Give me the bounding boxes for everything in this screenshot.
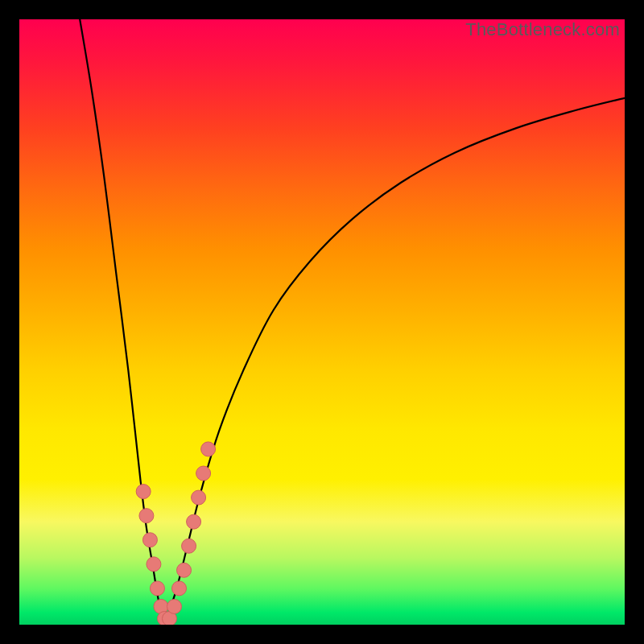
chart-plot-area: TheBottleneck.com [19, 19, 625, 625]
data-marker [182, 539, 196, 553]
data-marker [147, 557, 161, 572]
chart-svg [19, 19, 625, 625]
data-marker [172, 581, 187, 596]
curve-group [80, 19, 625, 625]
data-marker [177, 563, 192, 577]
marker-group [136, 442, 215, 625]
data-marker [196, 466, 211, 481]
data-marker [167, 599, 182, 613]
data-marker [142, 533, 157, 547]
chart-frame: TheBottleneck.com [0, 0, 644, 644]
data-marker [187, 514, 201, 529]
data-marker [150, 581, 164, 596]
data-marker [139, 509, 154, 523]
curve-right_branch [164, 98, 625, 625]
data-marker [201, 442, 216, 456]
data-marker [192, 490, 206, 505]
data-marker [136, 485, 151, 499]
